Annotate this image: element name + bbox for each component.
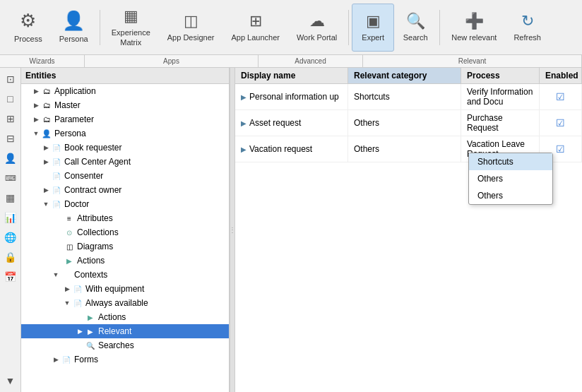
relevant-icon: ▶ <box>85 326 96 337</box>
tree-node-searches[interactable]: ▶ 🔍 Searches <box>21 338 229 352</box>
icon-bar-item-7[interactable]: ▦ <box>2 189 19 206</box>
tree-node-persona[interactable]: ▼ 👤 Persona <box>21 126 229 141</box>
expander-persona: ▼ <box>31 129 41 138</box>
relevant-category-dropdown: Shortcuts Others Others <box>468 153 553 205</box>
app-designer-icon: ◫ <box>184 12 198 30</box>
contexts-icon <box>61 269 72 280</box>
process-button[interactable]: ⚙ Process <box>6 4 51 52</box>
relevant-section: ➕ New relevant ↻ Refresh <box>443 4 550 52</box>
tree-header: Entities <box>21 68 229 84</box>
tree-node-book-requester[interactable]: ▶ 📄 Book requester <box>21 141 229 155</box>
dropdown-item-others-1[interactable]: Others <box>469 170 552 187</box>
tree-node-relevant[interactable]: ▶ ▶ Relevant <box>21 324 229 338</box>
contract-owner-icon: 📄 <box>51 184 62 196</box>
tree-node-call-center-agent[interactable]: ▶ 📄 Call Center Agent <box>21 155 229 169</box>
forms-icon: 📄 <box>61 354 72 365</box>
expander-call-center-agent: ▶ <box>41 157 51 167</box>
diagrams-label: Diagrams <box>77 242 113 251</box>
searches-label: Searches <box>98 340 134 350</box>
experience-matrix-button[interactable]: ▦ ExperienceMatrix <box>103 4 159 52</box>
collections-label: Collections <box>77 227 119 237</box>
tree-node-with-equipment[interactable]: ▶ 📄 With equipment <box>21 282 229 296</box>
col-header-relevant-category: Relevant category <box>348 68 461 83</box>
tree-node-consenter[interactable]: ▶ 📄 Consenter <box>21 169 229 183</box>
table-row[interactable]: ▶ Asset request Others Purchase Request … <box>235 110 582 136</box>
icon-bar-item-8[interactable]: 📊 <box>2 209 19 226</box>
cell-enabled-0: ☑ <box>540 84 582 109</box>
search-label: Search <box>403 33 428 42</box>
relevant-ribbon: Relevant <box>363 55 582 67</box>
icon-bar-item-10[interactable]: 🔒 <box>2 249 19 266</box>
cell-process-0: Verify Information and Docu <box>461 84 540 109</box>
tree-node-contract-owner[interactable]: ▶ 📄 Contract owner <box>21 183 229 197</box>
app-launcher-icon: ⊞ <box>249 12 262 30</box>
dropdown-item-shortcuts[interactable]: Shortcuts <box>469 153 552 170</box>
col-header-process: Process <box>461 68 540 83</box>
icon-bar-item-9[interactable]: 🌐 <box>2 229 19 246</box>
actions-label: Actions <box>77 256 105 266</box>
book-requester-label: Book requester <box>64 143 121 153</box>
tree-node-parameter[interactable]: ▶ 🗂 Parameter <box>21 112 229 126</box>
tree-node-collections[interactable]: ▶ ⊙ Collections <box>21 225 229 239</box>
resize-handle[interactable]: ⋮ <box>230 68 235 392</box>
tree-node-contexts[interactable]: ▼ Contexts <box>21 268 229 282</box>
advanced-ribbon: Advanced <box>259 55 363 67</box>
tree-node-doctor[interactable]: ▼ 📄 Doctor <box>21 197 229 211</box>
with-equipment-icon: 📄 <box>72 283 83 295</box>
book-requester-icon: 📄 <box>51 142 62 153</box>
work-portal-button[interactable]: ☁ Work Portal <box>288 4 345 52</box>
always-available-icon: 📄 <box>72 297 83 309</box>
sep2 <box>348 10 349 45</box>
table-row[interactable]: ▶ Personal information up Shortcuts Veri… <box>235 84 582 110</box>
forms-label: Forms <box>74 355 98 364</box>
expert-button[interactable]: ▣ Expert <box>352 4 394 52</box>
consenter-label: Consenter <box>64 171 103 181</box>
work-portal-icon: ☁ <box>309 12 325 30</box>
toolbar: ⚙ Process 👤 Persona ▦ ExperienceMatrix ◫… <box>0 0 582 55</box>
icon-bar-item-bottom[interactable]: ▼ <box>2 372 19 389</box>
cell-display-name-2: ▶ Vacation request <box>235 136 348 162</box>
tree-node-attributes[interactable]: ▶ ≡ Attributes <box>21 211 229 225</box>
icon-bar-item-1[interactable]: ⊡ <box>2 71 19 88</box>
icon-bar-item-2[interactable]: □ <box>2 90 19 107</box>
application-label: Application <box>54 86 96 96</box>
persona-button[interactable]: 👤 Persona <box>51 4 97 52</box>
persona-tree-icon: 👤 <box>41 128 52 139</box>
doctor-icon: 📄 <box>51 198 62 210</box>
ctx-actions-label: Actions <box>98 312 126 322</box>
icon-bar-item-5[interactable]: 👤 <box>2 150 19 167</box>
tree-node-actions[interactable]: ▶ ▶ Actions <box>21 254 229 268</box>
tree-node-ctx-actions[interactable]: ▶ ▶ Actions <box>21 310 229 324</box>
process-label: Process <box>14 35 42 44</box>
tree-node-master[interactable]: ▶ 🗂 Master <box>21 98 229 112</box>
icon-bar-item-3[interactable]: ⊞ <box>2 110 19 127</box>
search-icon: 🔍 <box>406 12 425 30</box>
new-relevant-button[interactable]: ➕ New relevant <box>443 4 505 52</box>
icon-bar-item-6[interactable]: ⌨ <box>2 170 19 186</box>
search-button[interactable]: 🔍 Search <box>394 4 436 52</box>
with-equipment-label: With equipment <box>85 284 144 294</box>
tree-node-diagrams[interactable]: ▶ ◫ Diagrams <box>21 239 229 254</box>
tree-panel: Entities ▶ 🗂 Application ▶ 🗂 Master ▶ 🗂 … <box>21 68 230 392</box>
app-launcher-button[interactable]: ⊞ App Launcher <box>222 4 288 52</box>
icon-bar-item-11[interactable]: 📅 <box>2 268 19 285</box>
relevant-label: Relevant <box>98 326 131 336</box>
advanced-section: ▣ Expert 🔍 Search <box>352 4 436 52</box>
icon-bar-item-4[interactable]: ⊟ <box>2 130 19 147</box>
tree-node-application[interactable]: ▶ 🗂 Application <box>21 84 229 98</box>
cell-display-name-1: ▶ Asset request <box>235 110 348 136</box>
new-relevant-icon: ➕ <box>465 12 484 30</box>
table-header: Display name Relevant category Process E… <box>235 68 582 84</box>
sep1 <box>100 10 100 45</box>
refresh-button[interactable]: ↻ Refresh <box>505 4 550 52</box>
contract-owner-label: Contract owner <box>64 185 121 195</box>
tree-node-forms[interactable]: ▶ 📄 Forms <box>21 352 229 367</box>
contexts-label: Contexts <box>74 270 107 280</box>
app-designer-button[interactable]: ◫ App Designer <box>159 4 223 52</box>
parameter-label: Parameter <box>54 114 94 124</box>
cell-enabled-1: ☑ <box>540 110 582 136</box>
play-icon-1: ▶ <box>241 119 247 127</box>
tree-node-always-available[interactable]: ▼ 📄 Always available <box>21 296 229 310</box>
dropdown-item-others-2[interactable]: Others <box>469 187 552 204</box>
persona-label: Persona <box>59 35 88 44</box>
